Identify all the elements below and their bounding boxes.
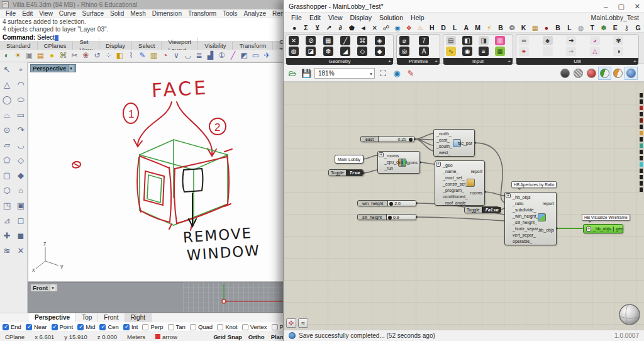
osnap-checkbox[interactable] [142,324,148,330]
panel-icon[interactable]: ◧ [462,36,472,45]
rectangle-icon[interactable]: ▭ [14,108,28,123]
polyline-icon[interactable]: △ [0,77,14,92]
node-expander-icon[interactable]: + [506,193,511,198]
tree-icon[interactable]: ♣ [543,36,553,45]
node-fac-par[interactable]: _north_ _east_ _south_ _west_ fac_par [433,129,475,157]
tab-l-icon[interactable]: L [449,23,460,33]
arrow-solid-icon[interactable]: ➜ [566,36,576,45]
rhino-toolbar-tab[interactable]: Standard [0,42,38,50]
curve-icon[interactable]: ◠ [14,77,28,92]
port-input[interactable]: _constr_set_ [435,181,484,187]
osnap-checkbox[interactable] [190,324,196,330]
slider-win-height-knob[interactable] [389,202,393,206]
tab-m-icon[interactable]: M [472,23,484,33]
open-file-icon[interactable]: 🗁 [287,68,298,79]
prim-null-icon[interactable]: ⌀ [399,36,409,45]
key-icon[interactable]: ⌘ [58,50,69,61]
flame-icon[interactable]: ♨ [414,23,426,33]
kangaroo-icon[interactable]: ❖ [403,23,414,33]
triangle-icon[interactable]: ⊿ [0,213,14,228]
line-icon[interactable]: ╱ [228,50,238,61]
sphere-icon[interactable]: ● [47,50,57,61]
clover-icon[interactable]: ✽ [598,23,609,33]
solid-icon[interactable]: ◼ [14,228,28,243]
gh-canvas[interactable]: _east_ 0.20 Main Lobby Toggle True + _ro… [284,82,644,330]
gh-menu-item[interactable]: Edit [306,14,325,21]
gradient-icon[interactable]: ▥ [495,36,505,45]
intersect-icon[interactable]: ✕ [369,23,380,33]
gauge-icon[interactable]: ◔ [160,50,170,61]
loft-icon[interactable]: ⬠ [0,153,14,168]
material-icon[interactable]: ▤ [35,50,46,61]
maths-icon[interactable]: Σ [300,23,311,33]
geo-clip-icon[interactable]: ⊘ [306,36,316,45]
port-output[interactable]: rooms [470,190,482,196]
status-toggle[interactable]: Ortho [248,333,265,340]
zoom-extents-icon[interactable]: ⛶ [377,68,389,79]
geo-gem-icon[interactable]: ◈ [375,36,385,45]
render-icon[interactable]: ◐ [1,50,12,61]
geo-box-icon[interactable]: ▦ [323,36,333,45]
cube-icon[interactable]: ◻ [14,213,28,228]
pen-icon[interactable]: ✎ [137,50,148,61]
arc-icon[interactable]: ◡ [182,50,193,61]
port-input[interactable]: operable_ [505,238,556,245]
arc-icon[interactable]: ⌓ [0,108,14,123]
osnap-checkbox[interactable] [52,324,58,330]
rhino-menu-item[interactable]: Mesh [127,10,148,17]
port-input[interactable]: _north_ [434,131,474,137]
boat-icon[interactable]: ✈ [262,50,272,61]
extrude-icon[interactable]: ◇ [14,153,28,168]
panel-main-lobby[interactable]: Main Lobby [335,155,364,164]
geo-xyz-icon[interactable]: ✕ [289,36,299,45]
toggle-true-value[interactable]: True [347,170,363,176]
fillet-icon[interactable]: ↷ [14,123,28,138]
transform-icon[interactable]: ☍ [380,23,392,33]
port-input[interactable]: _roof_angle_ [435,200,484,206]
port-output[interactable]: geo [616,226,623,231]
port-output[interactable]: report [543,201,554,207]
osnap-checkbox[interactable] [123,324,130,330]
zoom-level-select[interactable]: 181% [314,68,375,79]
graph-icon[interactable]: ∿ [446,47,456,56]
expand-group-icon[interactable]: + [388,58,391,65]
mesh-icon[interactable]: ◄ [357,23,369,33]
command-line[interactable]: Command: Select [0,33,288,42]
compass-widget[interactable] [618,303,641,326]
prim-text-icon[interactable]: A [419,47,429,56]
wave-icon[interactable]: ≋ [0,243,14,259]
port-input[interactable]: _geo [435,162,484,169]
display-icon[interactable]: ◉ [392,23,403,33]
slider-east-knob[interactable] [409,138,413,142]
dot-icon[interactable]: ● [541,23,552,33]
cplane-button[interactable]: CPlane [0,333,30,340]
status-toggle[interactable]: Grid Snap [213,333,242,340]
slider-sill-height[interactable]: _sill_height_ 0.9 [357,214,416,220]
port-input[interactable]: _sill_height_ [505,220,556,226]
surface-icon[interactable]: ▱ [0,138,14,153]
prim-seven-icon[interactable]: 7 [419,36,429,45]
curve-icon[interactable]: ∂ [335,23,346,33]
geo-key-icon[interactable]: ⌘ [357,36,367,45]
rhino-menu-item[interactable]: Curve [56,10,79,17]
toggle-false-value[interactable]: False [482,207,501,213]
preview-blue-button[interactable] [625,67,638,80]
plane-icon[interactable]: ◳ [0,198,14,213]
rhino-menu-item[interactable]: Transform [185,10,219,17]
tab-b-icon[interactable]: B [495,23,506,33]
slider-east[interactable]: _east_ 0.20 [360,136,414,142]
gh-menu-item[interactable]: File [287,14,306,21]
button-icon[interactable]: ◉ [462,47,472,56]
sets-icon[interactable]: ¥ [311,23,323,33]
port-input[interactable]: _subdivide_ [505,207,556,213]
faucet-icon[interactable]: ⚷ [621,23,632,33]
node-int-rooms[interactable]: + _rooms _cpu_count_ _run int_rooms [377,151,420,174]
sketch-pen-icon[interactable]: ✎ [405,68,416,79]
list-icon[interactable]: ≣ [194,50,204,61]
lightning-icon[interactable]: ⚡ [484,23,495,33]
glasses-icon[interactable]: ∞ [519,36,529,45]
rhino-menu-item[interactable]: Analyze [241,10,270,17]
save-file-icon[interactable]: 💾 [301,68,312,79]
front-viewport-title[interactable]: Front ▾ [30,284,58,292]
tab-k-icon[interactable]: K [518,23,529,33]
